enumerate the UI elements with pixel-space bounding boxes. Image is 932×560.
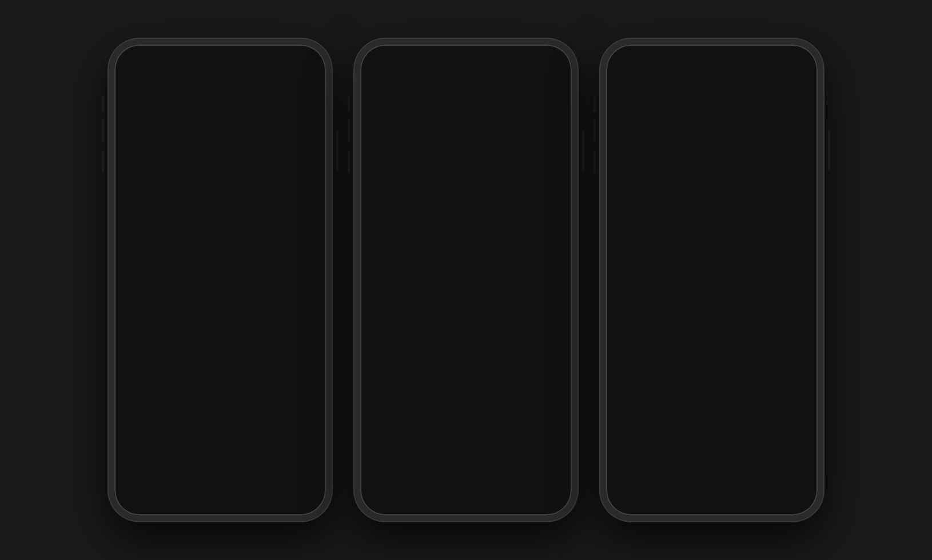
screen-content-1: Verwaltung der Matter-Dienste 1 › bbox=[114, 97, 326, 504]
home-indicator-3 bbox=[678, 509, 746, 511]
ecosystem-subtitle: Welches Drittanbieter-Ökosystem möchtest… bbox=[369, 97, 563, 114]
matter-service-chevron: › bbox=[305, 105, 308, 115]
vol-down-button-3 bbox=[594, 150, 596, 173]
chevron-st: › bbox=[551, 223, 553, 234]
vol-up-button-2 bbox=[348, 119, 350, 142]
device-desc-2: Zur Unterstützung der Matter-Konnektivit… bbox=[135, 297, 305, 318]
link-more-matter[interactable]: Mehr über Matter erfahren bbox=[178, 282, 262, 290]
page-title-3: Funktioniert mit Matter bbox=[622, 79, 794, 91]
device-title: S1 ist kompatibel mit Matter über WLAN. bbox=[135, 196, 305, 217]
list-item-alexa[interactable]: alexa Alexa › bbox=[369, 166, 563, 207]
matter-logo: matter bbox=[639, 162, 663, 192]
screen-content-2: Welches Drittanbieter-Ökosystem möchtest… bbox=[360, 97, 572, 504]
svg-point-18 bbox=[712, 115, 715, 118]
back-button-3[interactable]: ‹ bbox=[618, 78, 622, 93]
status-bar-2: 13:13 ▲ 87 bbox=[360, 45, 572, 73]
ecosystem-name-mehr: Mehr bbox=[412, 266, 543, 276]
svg-rect-1 bbox=[165, 146, 170, 157]
phone-3: 13:13 ▲ 87 ‹ Fun bbox=[600, 39, 823, 521]
matter-service-count: 1 bbox=[297, 105, 301, 115]
link-hub-list[interactable]: Liste der Hubs, die mit Matter über WLAN… bbox=[135, 322, 305, 338]
signal-icon-3 bbox=[752, 59, 761, 67]
back-button-1[interactable]: ‹ bbox=[126, 78, 130, 93]
status-bar-1: 13:13 ▲ 87 bbox=[114, 45, 326, 73]
power-button-2 bbox=[582, 130, 584, 170]
battery-icon-1 bbox=[283, 59, 300, 66]
wifi-icon-2: ▲ bbox=[519, 59, 525, 67]
list-item-google-home[interactable]: Google Home › bbox=[369, 123, 563, 165]
top-icon-more: 🌐 bbox=[732, 102, 762, 131]
vol-up-button-3 bbox=[594, 119, 596, 142]
smartthings-app-icon bbox=[379, 216, 404, 241]
cta-button-3[interactable]: Beginne mit dem Pairing. bbox=[615, 301, 808, 327]
home-indicator-1 bbox=[186, 509, 254, 511]
matter-star-icon: ✦ bbox=[209, 157, 220, 171]
svg-point-22 bbox=[764, 185, 771, 192]
tips-title: Verbindungstipps bbox=[615, 227, 808, 237]
svg-rect-20 bbox=[765, 157, 771, 168]
vol-up-button bbox=[102, 119, 104, 142]
svg-point-9 bbox=[390, 223, 392, 225]
list-item-smartthings[interactable]: Smart Things › bbox=[369, 208, 563, 250]
svg-point-14 bbox=[706, 115, 710, 118]
phone-screen-1: 13:13 ▲ 87 ‹ Ger bbox=[114, 45, 326, 515]
status-time-3: 13:13 bbox=[622, 58, 644, 68]
status-bar-3: 13:13 ▲ 87 bbox=[606, 45, 818, 73]
chevron-google: › bbox=[551, 139, 553, 149]
phone-1: 13:13 ▲ 87 ‹ Ger bbox=[109, 39, 332, 521]
svg-point-10 bbox=[390, 232, 392, 234]
power-button-3 bbox=[828, 130, 830, 170]
app-grid: alexa ✦ 🏠 🌐 bbox=[244, 142, 290, 186]
status-icons-1: ▲ 87 bbox=[261, 59, 310, 67]
device-visual: ✦ alexa ✦ 🏠 bbox=[150, 141, 290, 187]
silent-switch-2 bbox=[348, 96, 350, 112]
svg-point-8 bbox=[389, 227, 393, 230]
ecosystem-name-st: Smart Things bbox=[412, 223, 543, 234]
top-icon-smartthings bbox=[693, 102, 723, 131]
alexa-icon: alexa bbox=[244, 142, 265, 162]
tips-section: Verbindungstipps Bitte sicherstellen, da… bbox=[615, 225, 808, 290]
matter-service-row[interactable]: Verwaltung der Matter-Dienste 1 › bbox=[124, 97, 317, 123]
pairing-connector bbox=[682, 168, 731, 186]
chevron-alexa: › bbox=[551, 181, 553, 191]
svg-rect-5 bbox=[389, 144, 393, 149]
home-indicator-2 bbox=[432, 509, 500, 511]
signal-icon-1 bbox=[261, 59, 269, 67]
mehr-app-icon: 🌐 bbox=[379, 258, 404, 283]
chevron-mehr: › bbox=[551, 266, 553, 276]
matter-service-right: 1 › bbox=[297, 105, 308, 115]
svg-point-11 bbox=[385, 227, 388, 230]
top-icon-google bbox=[615, 102, 645, 131]
signal-icon-2 bbox=[507, 59, 515, 67]
vol-down-button-2 bbox=[348, 150, 350, 173]
vol-down-button bbox=[102, 150, 104, 173]
top-icon-alexa: alexa bbox=[654, 102, 684, 131]
page-title-1: Geräteauswahl bbox=[130, 79, 302, 91]
google-home-icon: 🏠 bbox=[244, 166, 265, 186]
list-item-mehr[interactable]: 🌐 Mehr › bbox=[369, 250, 563, 291]
robot-vacuum-icon bbox=[150, 141, 185, 187]
alexa-app-icon: alexa bbox=[379, 174, 404, 199]
dots-connector: ✦ bbox=[194, 157, 235, 171]
link-circle-icon bbox=[698, 168, 716, 186]
battery-pct-2: 87 bbox=[549, 59, 556, 66]
silent-switch-3 bbox=[594, 96, 596, 112]
nav-bar-3: ‹ Funktioniert mit Matter bbox=[606, 73, 818, 97]
top-app-icons-row: alexa 🌐 bbox=[615, 97, 808, 141]
matter-service-label: Verwaltung der Matter-Dienste bbox=[133, 105, 249, 115]
device-card: ✦ alexa ✦ 🏠 bbox=[124, 130, 317, 357]
cta-button-1[interactable]: Drittanbieter-Integration bbox=[124, 366, 317, 392]
svg-point-15 bbox=[707, 110, 709, 112]
svg-point-3 bbox=[165, 171, 171, 177]
extra-app-icon: 🌐 bbox=[269, 166, 289, 186]
google-home-app-icon bbox=[379, 131, 404, 157]
wifi-icon-3: ▲ bbox=[764, 59, 771, 67]
battery-pct-1: 87 bbox=[303, 59, 310, 66]
back-button-2[interactable]: ‹ bbox=[372, 78, 376, 93]
screen-content-3: alexa 🌐 bbox=[606, 97, 818, 504]
ecosystem-list: Google Home › alexa Alexa › bbox=[369, 123, 563, 291]
nav-bar-1: ‹ Geräteauswahl bbox=[114, 73, 326, 97]
battery-icon-3 bbox=[775, 59, 791, 66]
phone-screen-2: 13:13 ▲ 87 ‹ Ver bbox=[360, 45, 572, 515]
phone-2: 13:13 ▲ 87 ‹ Ver bbox=[355, 39, 577, 521]
